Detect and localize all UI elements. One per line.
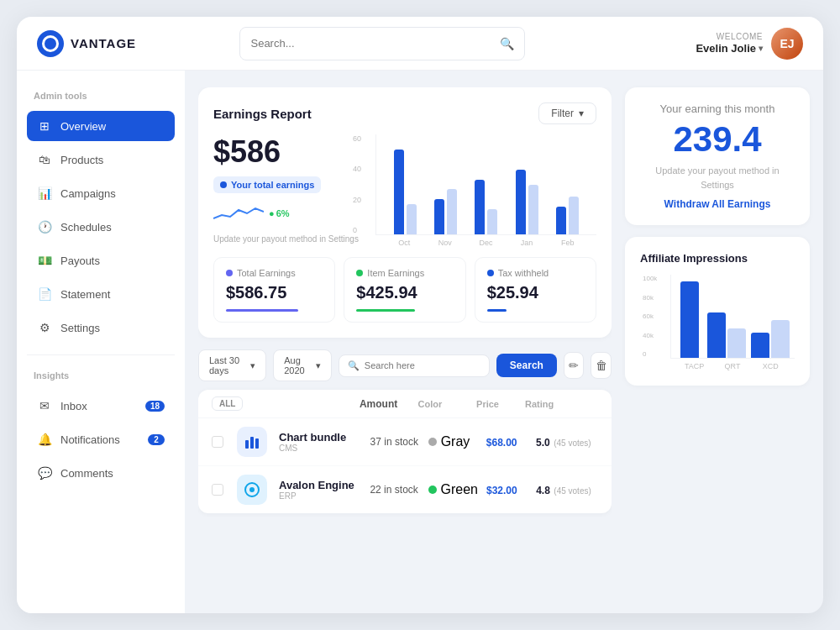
sidebar-item-label: Inbox [60, 400, 87, 412]
ai-bar-qrt-light [727, 328, 746, 358]
sidebar-admin-label: Admin tools [27, 87, 175, 108]
product-search[interactable]: 🔍 [339, 354, 490, 377]
stat-item-earnings: Item Earnings $425.94 [344, 257, 465, 323]
chevron-down-icon[interactable]: ▾ [759, 43, 763, 54]
bar-group-dec [466, 134, 507, 234]
bar-dec-light [487, 209, 497, 234]
grid-icon: ⊞ [37, 118, 52, 134]
chevron-down-icon: ▾ [250, 360, 255, 371]
sidebar-item-label: Notifications [60, 433, 120, 446]
product-votes: (45 votes) [554, 438, 591, 448]
schedules-icon: 🕐 [37, 219, 52, 234]
product-icon [237, 427, 267, 457]
stat-tax-withheld: Tax withheld $25.94 [475, 257, 596, 323]
earnings-title: Earnings Report [213, 107, 312, 121]
ai-chart: 100k 80k 60k 40k 0 [670, 275, 795, 359]
welcome-text: WELCOME Evelin Jolie ▾ [696, 31, 763, 56]
main-layout: Admin tools ⊞ Overview 🛍 Products 📊 Camp… [17, 71, 823, 613]
product-price: $32.00 [486, 485, 517, 496]
sidebar-item-settings[interactable]: ⚙ Settings [27, 312, 175, 343]
sidebar-item-inbox[interactable]: ✉ Inbox 18 [27, 391, 175, 421]
filter-button[interactable]: Filter ▾ [538, 102, 596, 124]
sidebar-item-label: Schedules [60, 221, 112, 234]
col-price-header: Price [476, 399, 525, 409]
chart-area: 60 40 20 0 [375, 134, 596, 235]
row-checkbox[interactable] [212, 484, 223, 496]
sidebar-item-products[interactable]: 🛍 Products [27, 144, 175, 175]
sidebar-item-campaigns[interactable]: 📊 Campaigns [27, 178, 175, 208]
sidebar-item-statement[interactable]: 📄 Statement [27, 279, 175, 309]
table-section: Last 30 days ▾ Aug 2020 ▾ 🔍 Search ✏ [198, 349, 612, 513]
stat-total-earnings: Total Earnings $586.75 [213, 257, 335, 323]
avalon-icon [244, 481, 260, 498]
logo-icon [37, 30, 64, 57]
affiliate-impressions-card: Affiliate Impressions 100k 80k 60k 40k 0 [625, 237, 810, 386]
delete-button[interactable]: 🗑 [591, 352, 612, 379]
stat-value-item: $425.94 [356, 283, 453, 302]
sidebar-insights-label: Insights [27, 367, 175, 387]
earning-month-card: Your earning this month 239.4 Update you… [625, 87, 810, 225]
sidebar-item-notifications[interactable]: 🔔 Notifications 2 [27, 424, 175, 454]
sidebar-item-label: Comments [60, 467, 113, 480]
sidebar-item-schedules[interactable]: 🕐 Schedules [27, 212, 175, 242]
color-dot [428, 486, 437, 494]
gear-icon: ⚙ [37, 320, 52, 335]
big-amount: $586 [213, 134, 359, 170]
sidebar-item-label: Overview [60, 120, 106, 133]
stat-label-total: Total Earnings [226, 268, 323, 278]
earnings-left: $586 Your total earnings ● [213, 134, 359, 245]
app-container: VANTAGE 🔍 WELCOME Evelin Jolie ▾ EJ Admi… [17, 17, 823, 613]
bar-group-oct [385, 134, 425, 234]
trend-line: ● 6% [213, 203, 359, 223]
product-color: Gray [428, 434, 478, 449]
em-hint: Update your payout method in Settings [640, 164, 795, 192]
sidebar-item-payouts[interactable]: 💵 Payouts [27, 245, 175, 276]
svg-point-4 [249, 487, 255, 492]
notifications-badge: 2 [148, 434, 165, 445]
ai-bar-group-qrt [707, 275, 746, 358]
col-rating-header: Rating [525, 399, 598, 409]
period-filter[interactable]: Last 30 days ▾ [198, 349, 266, 381]
sidebar: Admin tools ⊞ Overview 🛍 Products 📊 Camp… [17, 71, 185, 613]
ai-bar-xcd-light [771, 320, 790, 358]
edit-button[interactable]: ✏ [564, 352, 585, 379]
inbox-badge: 18 [145, 401, 165, 412]
product-search-input[interactable] [365, 360, 480, 370]
search-bar[interactable]: 🔍 [239, 27, 525, 60]
product-price: $68.00 [486, 437, 517, 449]
products-table: ALL Amount Color Price Rating [198, 390, 612, 513]
bar-chart: 60 40 20 0 [375, 134, 596, 247]
nav-right: WELCOME Evelin Jolie ▾ EJ [696, 28, 803, 60]
dot-icon [220, 181, 227, 188]
table-header: ALL Amount Color Price Rating [198, 390, 612, 418]
payouts-icon: 💵 [37, 253, 52, 268]
trend-pct: ● 6% [269, 208, 290, 218]
search-button[interactable]: Search [496, 354, 557, 377]
em-amount: 239.4 [640, 122, 795, 157]
product-color: Green [428, 482, 478, 497]
stat-label-item: Item Earnings [356, 268, 453, 278]
bag-icon: 🛍 [37, 152, 52, 167]
bell-icon: 🔔 [37, 432, 52, 447]
all-tab[interactable]: ALL [212, 396, 243, 411]
ai-bar-group-tacp [676, 275, 702, 358]
logo-text: VANTAGE [71, 36, 136, 50]
stat-dot [356, 270, 363, 276]
ai-bar-group-xcd [751, 275, 790, 358]
month-filter[interactable]: Aug 2020 ▾ [273, 349, 332, 381]
chart-bundle-icon [244, 433, 260, 450]
sidebar-item-label: Campaigns [60, 187, 116, 200]
withdraw-link[interactable]: Withdraw All Earnings [640, 198, 795, 210]
product-rating: 5.0 [536, 437, 550, 449]
search-input[interactable] [250, 37, 493, 50]
sidebar-item-comments[interactable]: 💬 Comments [27, 458, 175, 488]
product-name: Chart bundle [279, 431, 362, 444]
chat-icon: 💬 [37, 465, 52, 480]
bar-jan-dark [516, 170, 526, 234]
bar-group-jan [507, 134, 547, 234]
sidebar-item-overview[interactable]: ⊞ Overview [27, 111, 175, 141]
logo-area: VANTAGE [37, 30, 146, 57]
product-votes: (45 votes) [554, 486, 591, 496]
row-checkbox[interactable] [212, 436, 223, 448]
em-title: Your earning this month [640, 102, 795, 115]
